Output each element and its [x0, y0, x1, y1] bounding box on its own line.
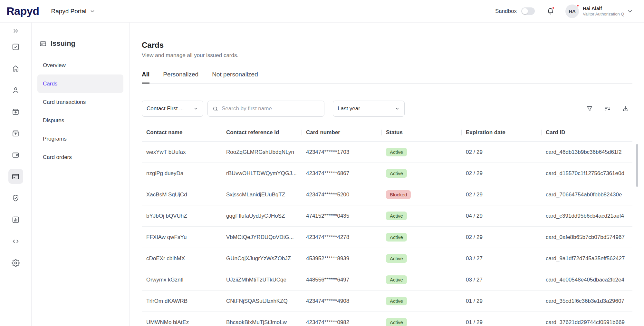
table-cell: card_d15570c1f12756c7361e0d [541, 170, 632, 177]
chevron-down-icon [90, 8, 95, 14]
column-header: Card ID [541, 129, 632, 136]
table-cell: 04 / 29 [461, 213, 541, 219]
table-cell: wexYwT bUufax [142, 149, 222, 155]
table-row[interactable]: FFXIAw qwFsYuVbMCtQeJYRDUQoVDtG...423474… [142, 227, 632, 248]
issuing-icon [39, 40, 47, 47]
rail-item-disburse[interactable] [8, 126, 23, 141]
rail-item-home[interactable] [8, 61, 23, 76]
table-cell: 453952******8939 [302, 255, 381, 262]
status-badge: Active [386, 169, 407, 178]
rapyd-logo: Rapyd [6, 5, 39, 17]
table-cell: TrlrOm dKAWRB [142, 298, 222, 304]
expand-sidebar-button[interactable] [9, 25, 22, 37]
table-cell: UJziiZMhMtiTzUTkUCqe [222, 277, 302, 283]
table-body: wexYwT bUufaxRooZqGLMRGshUbdqNLyn423474*… [142, 142, 632, 326]
table-row[interactable]: bYJbOj bQVUhZgqgFIlufaUydJyCJHoSZ474152*… [142, 205, 632, 227]
table-cell: card_0afe8b65b7cb07bd574967 [541, 234, 632, 241]
rail-item-reports[interactable] [8, 212, 23, 227]
sidebar-title: Issuing [37, 39, 123, 48]
table-cell: 474152******0435 [302, 213, 381, 219]
search-field-select[interactable]: Contact First ... [142, 101, 203, 117]
chevron-down-icon [193, 106, 198, 111]
tab-personalized[interactable]: Personalized [163, 71, 198, 83]
rail-item-get-started[interactable] [8, 39, 23, 54]
issuing-sidebar: Issuing Overview Cards Card transactions… [32, 23, 130, 326]
table-cell: rBUvwOHLTDWQymYQGJ... [222, 170, 302, 177]
table-cell: 423474******6867 [302, 170, 381, 177]
user-name: Hai Alalf [583, 5, 624, 12]
rail-item-settings[interactable] [8, 255, 23, 270]
table-cell: UMWNMo blAtEz [142, 319, 222, 326]
status-cell: Active [381, 233, 461, 242]
table-cell: card_4e00548e405dbaca2fc2e4 [541, 277, 632, 283]
rail-item-customers[interactable] [8, 83, 23, 97]
sidebar-item-cards[interactable]: Cards [37, 74, 123, 93]
avatar-status-dot [576, 4, 579, 7]
sidebar-item-programs[interactable]: Programs [37, 130, 123, 148]
wallet-icon [12, 151, 20, 159]
search-box [207, 101, 324, 117]
status-badge: Active [386, 148, 407, 156]
table-row[interactable]: nzgiPg dueyDarBUvwOHLTDWQymYQGJ...423474… [142, 163, 632, 184]
status-cell: Active [381, 212, 461, 220]
user-meta: Hai Alalf Valitor Authorization Q... [583, 5, 624, 17]
user-avatar[interactable]: HA [565, 5, 579, 18]
tab-all[interactable]: All [142, 71, 149, 83]
table-row[interactable]: TrlrOm dKAWRBCNtFNjSQASutJlzxhKZQ423474*… [142, 291, 632, 312]
table-row[interactable]: wexYwT bUufaxRooZqGLMRGshUbdqNLyn423474*… [142, 142, 632, 163]
cards-tabs: All Personalized Not personalized [142, 71, 632, 84]
table-scrollbar[interactable] [636, 144, 638, 187]
table-cell: 02 / 29 [461, 192, 541, 198]
page-title: Cards [142, 41, 632, 50]
chevrons-right-icon [12, 27, 19, 35]
search-input[interactable] [222, 105, 320, 112]
table-cell: FFXIAw qwFsYu [142, 234, 222, 241]
code-icon [12, 237, 20, 245]
cards-table: Contact name Contact reference id Card n… [142, 123, 632, 326]
table-cell: 03 / 27 [461, 277, 541, 283]
table-toolbar: Contact First ... Last year [142, 101, 632, 117]
filter-button[interactable] [583, 102, 596, 115]
table-row[interactable]: cDoEXr cblhMXGUnCqjXJugrYzWsZObJZ453952*… [142, 248, 632, 269]
table-cell: 01 / 29 [461, 298, 541, 304]
table-cell: 02 / 29 [461, 170, 541, 177]
table-cell: cDoEXr cblhMX [142, 255, 222, 262]
table-cell: BhcaokBlxMuTjStJmoLw [222, 319, 302, 326]
table-cell: 448556******6497 [302, 277, 381, 283]
icon-rail [0, 23, 32, 326]
rail-item-collect[interactable] [8, 104, 23, 119]
user-menu-chevron-icon[interactable] [627, 8, 633, 15]
rail-item-developers[interactable] [8, 234, 23, 249]
column-header: Contact reference id [222, 129, 302, 136]
download-button[interactable] [619, 102, 632, 115]
sidebar-item-disputes[interactable]: Disputes [37, 111, 123, 130]
status-badge: Active [386, 233, 407, 242]
sidebar-item-overview[interactable]: Overview [37, 56, 123, 74]
sandbox-toggle[interactable] [521, 7, 535, 15]
rail-item-verify[interactable] [8, 191, 23, 205]
status-cell: Active [381, 318, 461, 326]
column-header: Expiration date [461, 129, 541, 136]
sort-button[interactable] [601, 102, 614, 115]
sidebar-item-card-transactions[interactable]: Card transactions [37, 93, 123, 111]
funnel-icon [586, 105, 593, 112]
collect-icon [12, 108, 20, 116]
table-row[interactable]: UMWNMo blAtEzBhcaokBlxMuTjStJmoLw423474*… [142, 312, 632, 326]
status-badge: Active [386, 212, 407, 220]
table-row[interactable]: XacBsM SqUjCdSxjsscMLanidjEUuBgTZ423474*… [142, 184, 632, 205]
page-subtitle: View and manage all your issued cards. [142, 52, 632, 59]
date-range-select[interactable]: Last year [333, 101, 405, 117]
rail-item-wallet[interactable] [8, 147, 23, 162]
search-field-value: Contact First ... [147, 105, 184, 112]
tab-not-personalized[interactable]: Not personalized [212, 71, 258, 83]
table-cell: 02 / 29 [461, 149, 541, 155]
portal-switcher[interactable]: Rapyd Portal [51, 8, 95, 15]
status-cell: Active [381, 297, 461, 305]
notifications-button[interactable] [546, 7, 554, 15]
sidebar-item-card-orders[interactable]: Card orders [37, 148, 123, 166]
table-cell: VbMCtQeJYRDUQoVDtG... [222, 234, 302, 241]
shield-check-icon [12, 194, 20, 202]
table-cell: gqgFIlufaUydJyCJHoSZ [222, 213, 302, 219]
table-row[interactable]: Orwymx kGzntlUJziiZMhMtiTzUTkUCqe448556*… [142, 269, 632, 291]
rail-item-issuing[interactable] [8, 169, 23, 184]
